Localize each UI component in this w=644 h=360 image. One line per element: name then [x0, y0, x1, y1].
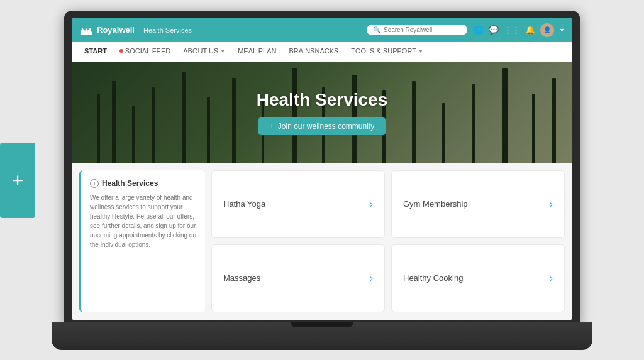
grid-icon[interactable]: ⋮⋮ [504, 25, 520, 35]
service-card-healthy-cooking[interactable]: Healthy Cooking › [391, 244, 565, 312]
chevron-right-icon-gym: › [550, 199, 553, 210]
brand-name: Royalwell [97, 25, 135, 35]
service-name-healthy-cooking: Healthy Cooking [403, 273, 463, 283]
chat-icon[interactable]: 💬 [489, 25, 499, 35]
laptop-screen: Royalwell Health Services 🔍 🌐 💬 ⋮⋮ 🔔 [64, 11, 580, 325]
nav-item-tools[interactable]: TOOLS & SUPPORT ▼ [351, 42, 423, 62]
chevron-right-icon-hatha: › [370, 199, 373, 210]
brand-logo: Royalwell [79, 25, 135, 36]
nav-label-tools: TOOLS & SUPPORT [351, 47, 416, 55]
service-card-massages[interactable]: Massages › [211, 244, 385, 312]
globe-icon[interactable]: 🌐 [474, 25, 484, 35]
nav-label-meal: MEAL PLAN [238, 47, 276, 55]
info-card-title: i Health Services [90, 179, 196, 188]
nav-dot-social [119, 49, 123, 53]
search-input[interactable] [384, 26, 459, 33]
service-name-gym: Gym Membership [403, 199, 468, 209]
nav-item-meal[interactable]: MEAL PLAN [238, 42, 276, 62]
crown-icon [79, 25, 93, 36]
plus-icon: + [12, 170, 24, 190]
bell-icon[interactable]: 🔔 [525, 25, 535, 35]
laptop-container: Royalwell Health Services 🔍 🌐 💬 ⋮⋮ 🔔 [52, 11, 592, 350]
search-bar[interactable]: 🔍 [367, 25, 467, 35]
plus-icon-btn: + [270, 122, 274, 131]
svg-rect-0 [80, 33, 92, 35]
nav-item-start[interactable]: START [84, 42, 107, 62]
nav-item-about[interactable]: ABOUT US ▼ [183, 42, 225, 62]
chevron-down-icon-about: ▼ [220, 48, 225, 54]
nav-label-social: SOCIAL FEED [125, 47, 170, 55]
hero-content: Health Services + Join our wellness comm… [72, 62, 572, 163]
page-wrapper: + Royalwell Hea [0, 0, 644, 360]
screen-inner: Royalwell Health Services 🔍 🌐 💬 ⋮⋮ 🔔 [72, 18, 572, 320]
top-bar: Royalwell Health Services 🔍 🌐 💬 ⋮⋮ 🔔 [72, 18, 572, 42]
nav-label-about: ABOUT US [183, 47, 218, 55]
join-community-button[interactable]: + Join our wellness community [258, 117, 386, 135]
nav-label-brain: BRAINSNACKS [289, 47, 339, 55]
chevron-down-icon-tools: ▼ [418, 48, 423, 54]
service-card-gym[interactable]: Gym Membership › [391, 170, 565, 238]
nav-label-start: START [84, 47, 107, 55]
search-icon: 🔍 [373, 26, 380, 33]
chevron-right-icon-cooking: › [550, 273, 553, 284]
hero-section: Health Services + Join our wellness comm… [72, 62, 572, 163]
hero-button-label: Join our wellness community [278, 122, 374, 131]
hero-title: Health Services [257, 90, 388, 110]
nav-bar: START SOCIAL FEED ABOUT US ▼ MEAL PLAN [72, 42, 572, 62]
nav-item-social[interactable]: SOCIAL FEED [119, 42, 170, 62]
avatar-image: 👤 [543, 26, 551, 33]
brand-subtitle: Health Services [143, 26, 367, 34]
info-card: i Health Services We offer a large varie… [79, 170, 205, 312]
content-area: i Health Services We offer a large varie… [72, 163, 572, 320]
nav-item-brain[interactable]: BRAINSNACKS [289, 42, 339, 62]
plus-tab[interactable]: + [0, 143, 35, 218]
service-name-massages: Massages [223, 273, 260, 283]
avatar[interactable]: 👤 [540, 23, 554, 37]
chevron-right-icon-massages: › [370, 273, 373, 284]
service-name-hatha-yoga: Hatha Yoga [223, 199, 265, 209]
top-bar-icons: 🌐 💬 ⋮⋮ 🔔 👤 ▼ [474, 23, 565, 37]
info-icon: i [90, 179, 99, 188]
laptop-base [52, 322, 592, 350]
service-card-hatha-yoga[interactable]: Hatha Yoga › [211, 170, 385, 238]
browser: Royalwell Health Services 🔍 🌐 💬 ⋮⋮ 🔔 [72, 18, 572, 320]
info-card-text: We offer a large variety of health and w… [90, 193, 196, 249]
dropdown-chevron-icon[interactable]: ▼ [559, 27, 565, 33]
service-grid: Hatha Yoga › Gym Membership › Massages › [211, 170, 565, 312]
